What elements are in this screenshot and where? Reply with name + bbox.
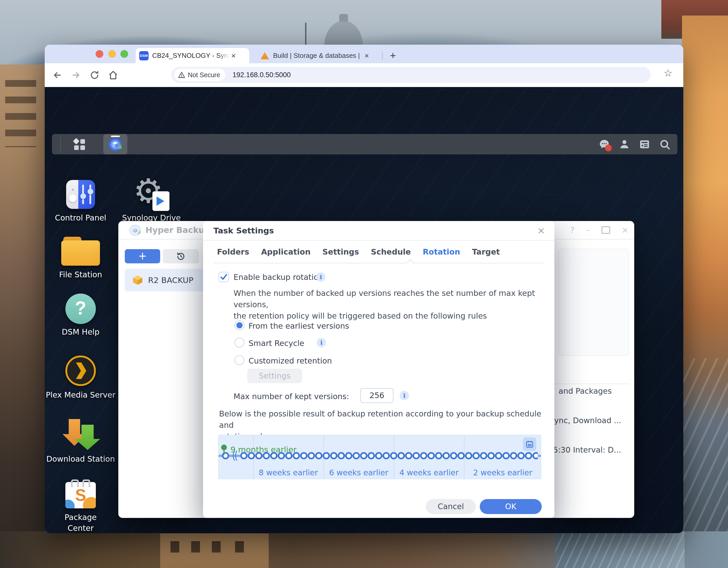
version-dot [300, 452, 307, 459]
traffic-light-minimize[interactable] [108, 50, 116, 58]
download-station-icon [60, 419, 101, 450]
enable-rotation-checkbox[interactable] [219, 272, 229, 282]
control-panel-icon [66, 180, 95, 209]
tab-rotation[interactable]: Rotation [423, 247, 460, 257]
address-bar[interactable]: Not Secure 192.168.0.50:5000 [171, 67, 651, 83]
wallpaper-dune-right [682, 15, 728, 568]
check-icon [219, 273, 228, 282]
cancel-button[interactable]: Cancel [426, 499, 476, 514]
home-icon[interactable] [107, 69, 119, 81]
maximize-button[interactable] [601, 226, 610, 234]
radio-smart-recycle[interactable] [235, 338, 244, 347]
version-dot [375, 452, 382, 459]
hyper-backup-icon [128, 224, 142, 237]
tab-title: CB24_SYNOLOGY - Synology [152, 52, 230, 60]
version-dot [465, 452, 472, 459]
retention-settings-button[interactable]: Settings [247, 369, 302, 383]
help-button[interactable]: ? [570, 225, 575, 235]
plex-icon [65, 355, 96, 386]
dialog-title: Task Settings [213, 221, 274, 240]
taskbar-hyper-backup-button[interactable] [103, 134, 127, 154]
close-button[interactable]: × [622, 225, 629, 235]
version-dot [330, 452, 337, 459]
traffic-light-zoom[interactable] [120, 50, 128, 58]
dialog-close-icon[interactable]: × [537, 221, 545, 240]
desktop-icon-label: File Station [45, 269, 118, 280]
version-dot [480, 452, 487, 459]
add-task-button[interactable]: + [125, 249, 160, 263]
version-dot [420, 452, 427, 459]
user-icon[interactable] [618, 138, 630, 150]
desktop-icon-file-station[interactable]: File Station [45, 237, 118, 280]
tab-divider [213, 263, 544, 263]
desktop-icon-plex[interactable]: Plex Media Server [45, 355, 118, 400]
tab-settings[interactable]: Settings [322, 247, 359, 257]
version-dot [315, 452, 322, 459]
restore-button[interactable] [163, 249, 199, 263]
desktop-icon-label: PackageCenter [45, 512, 118, 533]
notifications-icon[interactable] [598, 138, 610, 150]
version-dot [473, 452, 480, 459]
task-settings-dialog: Task Settings × Folders Application Sett… [203, 221, 554, 518]
desktop-wallpaper: DSM CB24_SYNOLOGY - Synology × Build | S… [0, 0, 728, 568]
truncated-text: 15:30 Interval: D... [548, 445, 621, 454]
tab-folders[interactable]: Folders [217, 247, 249, 257]
desktop-icon-control-panel[interactable]: Control Panel [45, 180, 118, 223]
new-tab-button[interactable]: + [386, 49, 400, 62]
info-icon[interactable]: i [400, 391, 409, 400]
radio-customized-retention[interactable] [235, 355, 244, 365]
truncated-text: Sync, Download ... [549, 416, 621, 425]
tab-close-icon[interactable]: × [231, 52, 236, 60]
bookmark-star-icon[interactable]: ☆ [664, 67, 672, 79]
notification-badge [605, 145, 612, 151]
version-dot [517, 452, 525, 459]
reload-icon[interactable] [89, 69, 100, 81]
ok-button[interactable]: OK [480, 499, 542, 514]
version-dot [525, 452, 532, 459]
desktop-icon-download-station[interactable]: Download Station [45, 419, 118, 464]
url-text[interactable]: 192.168.0.50:5000 [233, 71, 291, 79]
calendar-icon [525, 440, 534, 448]
version-dot [502, 452, 510, 459]
max-versions-input[interactable]: 256 [360, 388, 393, 403]
minimize-button[interactable]: – [586, 225, 590, 235]
browser-toolbar: Not Secure 192.168.0.50:5000 ☆ ⋮ [45, 63, 683, 87]
back-icon[interactable] [51, 69, 63, 81]
backup-task-item[interactable]: R2 BACKUP [125, 269, 210, 291]
info-icon[interactable]: i [317, 338, 326, 347]
version-dot [458, 452, 465, 459]
version-dot [413, 452, 420, 459]
enable-rotation-label: Enable backup rotation [234, 273, 323, 282]
desktop-icon-package-center[interactable]: S PackageCenter [45, 479, 118, 533]
version-dot [450, 452, 457, 459]
search-icon[interactable] [659, 138, 671, 150]
active-app-indicator [111, 136, 120, 137]
status-card [558, 249, 629, 356]
version-dot [510, 452, 517, 459]
desktop-icon-label: Control Panel [45, 213, 118, 223]
forward-icon[interactable] [70, 69, 82, 81]
dsm-favicon: DSM [139, 51, 149, 60]
dsm-help-icon: ? [65, 293, 96, 324]
rotation-description: When the number of backed up versions re… [234, 287, 554, 322]
tab-build-storage[interactable]: Build | Storage & databases | × [257, 48, 378, 63]
tab-target[interactable]: Target [472, 247, 500, 257]
tab-application[interactable]: Application [261, 247, 311, 257]
traffic-light-close[interactable] [96, 50, 103, 58]
widgets-icon[interactable] [74, 139, 85, 150]
tab-close-icon[interactable]: × [365, 51, 369, 60]
radio-earliest-versions[interactable] [235, 320, 244, 330]
window-controls: ? – × [570, 221, 629, 239]
desktop-icon-dsm-help[interactable]: ? DSM Help [45, 293, 118, 337]
taskbar-divider [60, 137, 61, 152]
tab-schedule[interactable]: Schedule [371, 247, 411, 257]
tab-synology[interactable]: DSM CB24_SYNOLOGY - Synology × [136, 48, 249, 63]
dialog-header-divider [203, 240, 554, 241]
timeline-pin-label: 9 months earlier [230, 445, 297, 454]
tab-title: Build | Storage & databases | [273, 52, 360, 60]
not-secure-chip[interactable]: Not Secure [174, 69, 225, 81]
package-center-icon: S [65, 479, 96, 508]
calendar-view-button[interactable] [523, 437, 536, 451]
widget-panel-icon[interactable] [639, 138, 650, 150]
info-icon[interactable]: i [316, 273, 326, 282]
